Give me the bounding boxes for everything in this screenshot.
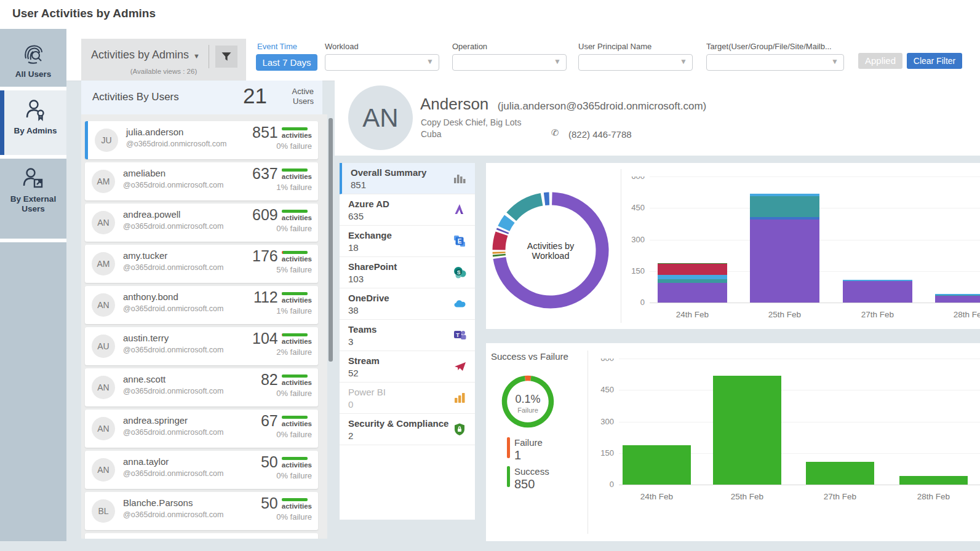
workload-count: 103 [348,274,364,284]
sidebar-separator [0,239,66,242]
workload-summary-row[interactable]: Teams 3 T [340,320,475,351]
funnel-icon [220,50,233,63]
donut-center-label: Activities by Workload [514,241,588,261]
gridline [619,390,980,390]
chevron-down-icon: ▼ [426,57,434,66]
user-list: JU julia.anderson @o365droid.onmicrosoft… [81,114,327,539]
workload-summary-row[interactable]: Security & Compliance 2 [340,414,475,445]
user-list-item[interactable]: AM ameliaben @o365droid.onmicrosoft.com … [85,162,318,200]
security-icon [453,422,468,437]
activities-label: activities [282,379,312,386]
sidebar-item-label: By Admins [4,126,66,136]
activities-label: activities [282,420,312,427]
failure-percent: 0% failure [261,512,312,521]
sidebar-item-by-admins[interactable]: By Admins [0,90,66,155]
view-selector-label[interactable]: Activities by Admins [91,49,189,61]
bar-segment-value [623,445,691,485]
user-list-item[interactable]: AN andrea.springer @o365droid.onmicrosof… [85,410,318,448]
user-name: anna.taylor [123,456,169,467]
azure-ad-icon [453,203,468,218]
user-list-item[interactable]: BL Blanche.Parsons @o365droid.onmicrosof… [85,492,318,530]
success-bar-segment [282,416,308,419]
success-bar-segment [282,375,308,378]
profile-job-title: Copy Desk Chief, Big Lots [421,117,521,127]
bar-segment-value [899,476,968,485]
donut-segment-stream [499,234,501,250]
bar-segment-onedrive [750,194,819,196]
profile-phone: (822) 446-7788 [568,129,632,140]
workload-count: 52 [348,368,359,378]
target-filter-select[interactable]: ▼ [706,54,844,71]
event-time-button[interactable]: Last 7 Days [256,54,317,71]
user-domain: @o365droid.onmicrosoft.com [123,304,223,313]
user-list-item-partial[interactable] [85,533,318,539]
workload-filter-select[interactable]: ▼ [325,54,439,71]
user-activity-stats: 609 activities 0% failure [252,207,312,233]
user-name: julia.anderson [126,127,183,137]
user-list-item[interactable]: AN anna.taylor @o365droid.onmicrosoft.co… [85,451,318,489]
page-title: User Activities by Admins [12,7,156,20]
target-filter-label: Target(User/Group/File/Site/Mailb... [706,42,832,51]
fingerprint-search-icon [20,40,47,67]
active-users-label: Active Users [292,87,314,106]
activities-label: activities [282,461,312,469]
success-vs-failure-title: Success vs Failure [491,351,568,362]
sidebar-item-by-external-users[interactable]: By External Users [0,159,66,239]
user-list-item[interactable]: AN anthony.bond @o365droid.onmicrosoft.c… [85,286,318,324]
applied-button[interactable]: Applied [858,53,902,69]
workload-summary-row[interactable]: Azure AD 635 [340,194,475,226]
teams-icon: T [453,328,468,343]
user-list-item[interactable]: AN anne.scott @o365droid.onmicrosoft.com… [85,368,318,406]
user-activity-stats: 112 activities 1% failure [253,289,312,315]
workload-count: 3 [348,336,353,347]
user-name: Blanche.Parsons [123,497,193,508]
success-bar-segment [282,210,308,213]
activities-count: 637 [252,165,278,181]
failure-ratio-bar [282,333,308,336]
user-list-item[interactable]: AM amy.tucker @o365droid.onmicrosoft.com… [85,245,318,283]
workload-summary-row[interactable]: Overall Summary 851 [340,163,475,194]
failure-percent: 0% failure [252,141,312,151]
user-list-scrollbar[interactable] [329,118,333,362]
workload-label: Exchange [348,230,392,240]
phone-icon: ✆ [551,127,559,138]
y-axis-tick: 150 [584,448,614,458]
workload-summary-row[interactable]: Power BI 0 [340,383,475,414]
activities-count: 104 [252,330,278,346]
failure-percent: 1% failure [252,183,312,192]
success-bar-segment [282,292,308,295]
workload-summary-row[interactable]: Exchange 18 E [340,226,475,257]
workload-summary-row[interactable]: Stream 52 [340,351,475,383]
x-axis-label: 24th Feb [658,310,727,319]
user-activity-stats: 637 activities 1% failure [252,165,312,192]
workload-summary-row[interactable]: SharePoint 103 S [340,257,475,288]
operation-filter-select[interactable]: ▼ [452,54,567,71]
user-list-title: Activities By Users [92,91,179,103]
user-domain: @o365droid.onmicrosoft.com [123,469,223,478]
sidebar-item-all-users[interactable]: All Users [0,34,66,87]
filter-funnel-button[interactable] [215,46,237,68]
view-selector[interactable]: Activities by Admins ▼ (Available views … [81,39,246,81]
donut-segment-onedrive [504,219,510,229]
avatar: AN [92,417,115,440]
onedrive-icon [453,297,468,312]
failure-ratio-bar [282,168,308,172]
profile-avatar: AN [348,85,413,150]
bar-25th-feb [750,194,819,303]
y-axis-tick: 450 [621,203,645,212]
user-list-item[interactable]: JU julia.anderson @o365droid.onmicrosoft… [85,121,318,159]
success-failure-donut: 0.1% Failure [501,375,555,429]
external-user-icon [20,165,47,192]
success-bar-segment [282,168,308,172]
avatar: AU [92,335,115,358]
upn-filter-select[interactable]: ▼ [578,54,693,71]
user-list-item[interactable]: AN andrea.powell @o365droid.onmicrosoft.… [85,204,318,242]
success-by-day-chart: 015030045060024th Feb25th Feb27th Feb28t… [584,359,980,506]
workload-summary-row[interactable]: OneDrive 38 [340,288,475,320]
workload-summary-panel: Overall Summary 851 Azure AD 635 Exchang… [340,163,475,520]
user-list-item[interactable]: AU austin.terry @o365droid.onmicrosoft.c… [85,327,318,365]
workload-label: SharePoint [348,261,397,272]
clear-filter-button[interactable]: Clear Filter [907,53,962,69]
avatar: AN [92,211,115,234]
failure-percent: 0% failure [252,224,312,233]
